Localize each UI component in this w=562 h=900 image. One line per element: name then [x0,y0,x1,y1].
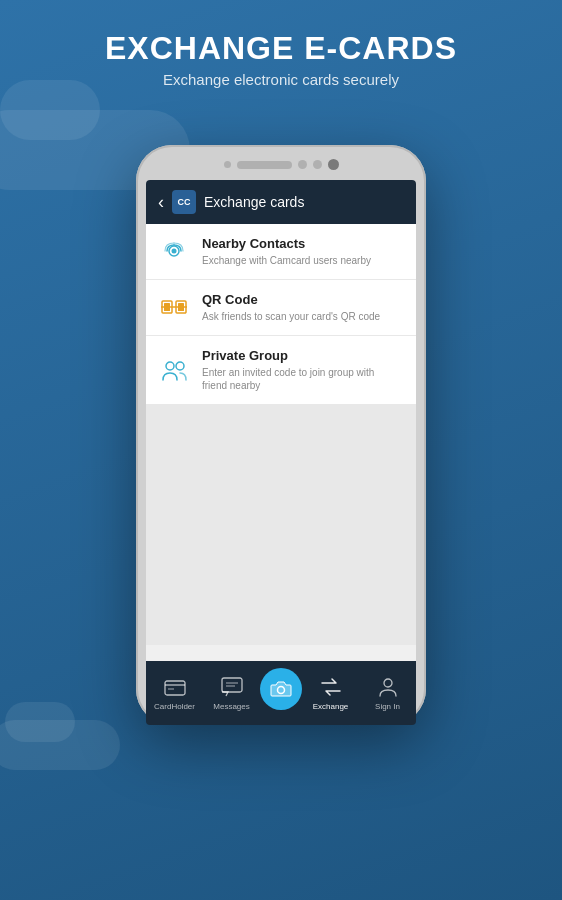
nav-item-cardholder[interactable]: CardHolder [146,675,203,711]
nearby-contacts-icon [160,237,188,265]
phone-sensor [224,161,231,168]
signin-icon [376,675,400,699]
cloud-decoration-bottom [0,720,120,770]
phone-body: ‹ CC Exchange cards [136,145,426,725]
phone-top-bar [136,145,426,170]
camera-button[interactable] [260,668,302,710]
svg-rect-9 [165,681,185,695]
phone-dot2 [313,160,322,169]
back-button[interactable]: ‹ [158,193,164,211]
phone-camera [328,159,339,170]
svg-point-1 [172,249,177,254]
exchange-label: Exchange [313,702,349,711]
nearby-contacts-desc: Exchange with Camcard users nearby [202,254,402,267]
nav-item-signin[interactable]: Sign In [359,675,416,711]
phone-speaker [237,161,292,169]
phone-dot [298,160,307,169]
signin-label: Sign In [375,702,400,711]
svg-point-8 [176,362,184,370]
header-title: EXCHANGE E-CARDS [0,30,562,67]
menu-item-nearby[interactable]: Nearby Contacts Exchange with Camcard us… [146,224,416,280]
nav-item-messages[interactable]: Messages [203,675,260,711]
menu-item-qr[interactable]: QR Code Ask friends to scan your card's … [146,280,416,336]
private-group-title: Private Group [202,348,402,365]
phone-screen: ‹ CC Exchange cards [146,180,416,670]
nearby-contacts-text: Nearby Contacts Exchange with Camcard us… [202,236,402,267]
app-bar-title: Exchange cards [204,194,304,210]
private-group-desc: Enter an invited code to join group with… [202,366,402,392]
header-area: EXCHANGE E-CARDS Exchange electronic car… [0,30,562,88]
header-subtitle: Exchange electronic cards securely [0,71,562,88]
svg-point-7 [166,362,174,370]
app-bar: ‹ CC Exchange cards [146,180,416,224]
svg-rect-12 [222,678,242,692]
bottom-nav: CardHolder Messages [146,661,416,725]
menu-item-group[interactable]: Private Group Enter an invited code to j… [146,336,416,405]
menu-list: Nearby Contacts Exchange with Camcard us… [146,224,416,405]
content-area [146,405,416,645]
messages-icon [220,675,244,699]
messages-label: Messages [213,702,249,711]
nearby-contacts-title: Nearby Contacts [202,236,402,253]
exchange-icon [319,675,343,699]
phone-device: ‹ CC Exchange cards [136,145,426,725]
app-logo: CC [172,190,196,214]
cardholder-label: CardHolder [154,702,195,711]
nav-item-exchange[interactable]: Exchange [302,675,359,711]
cardholder-icon [163,675,187,699]
qr-code-title: QR Code [202,292,402,309]
qr-code-icon [160,293,188,321]
svg-point-16 [384,679,392,687]
qr-code-text: QR Code Ask friends to scan your card's … [202,292,402,323]
nav-item-camera[interactable] [260,668,302,718]
private-group-text: Private Group Enter an invited code to j… [202,348,402,392]
private-group-icon [160,356,188,384]
qr-code-desc: Ask friends to scan your card's QR code [202,310,402,323]
